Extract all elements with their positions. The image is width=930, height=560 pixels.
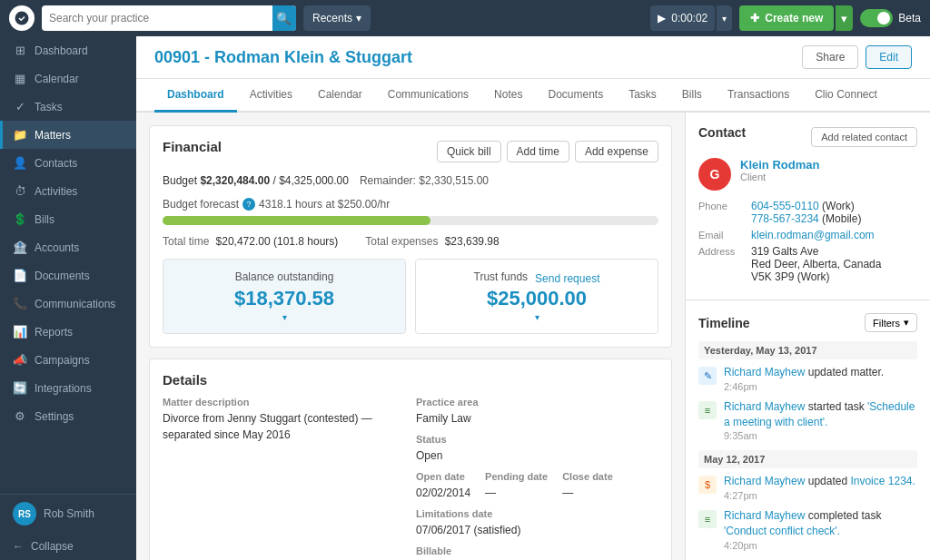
event-time-3: 4:27pm bbox=[724, 490, 915, 501]
status-label: Status bbox=[416, 434, 658, 445]
event-author-link-2[interactable]: Richard Mayhew bbox=[724, 400, 805, 413]
activities-icon: ⏱ bbox=[13, 184, 27, 198]
sidebar-item-dashboard[interactable]: ⊞ Dashboard bbox=[0, 36, 136, 64]
budget-amount: $2,320,484.00 bbox=[200, 174, 270, 187]
financial-boxes: Balance outstanding $18,370.58 ▾ Trust f… bbox=[163, 259, 658, 334]
add-related-contact-button[interactable]: Add related contact bbox=[811, 127, 917, 147]
tab-documents[interactable]: Documents bbox=[535, 79, 616, 113]
create-dropdown-button[interactable]: ▾ bbox=[836, 5, 853, 31]
filters-button[interactable]: Filters ▾ bbox=[865, 313, 917, 332]
user-initials: RS bbox=[18, 509, 31, 519]
phone-work-type: (Work) bbox=[822, 200, 855, 212]
progress-fill bbox=[163, 216, 430, 225]
matter-description-value: Divorce from Jenny Stuggart (contested) … bbox=[163, 410, 405, 443]
share-button[interactable]: Share bbox=[802, 45, 858, 69]
timeline-date-1: Yesterday, May 13, 2017 bbox=[698, 341, 917, 359]
details-title: Details bbox=[163, 372, 658, 388]
timer-dropdown-button[interactable]: ▾ bbox=[717, 5, 732, 31]
page-header: 00901 - Rodman Klein & Stuggart Share Ed… bbox=[136, 36, 930, 79]
create-new-label: Create new bbox=[765, 12, 823, 25]
collapse-button[interactable]: ← Collapse bbox=[0, 533, 136, 560]
trust-amount[interactable]: $25,000.00 bbox=[427, 287, 647, 310]
sidebar-item-accounts[interactable]: 🏦 Accounts bbox=[0, 233, 136, 261]
sidebar-item-matters[interactable]: 📁 Matters bbox=[0, 121, 136, 149]
dates-item: Open date 02/02/2014 Pending date — Clos… bbox=[416, 471, 658, 501]
event-text-2: Richard Mayhew started task 'Schedule a … bbox=[724, 399, 917, 430]
sidebar-item-documents[interactable]: 📄 Documents bbox=[0, 261, 136, 290]
balance-outstanding-box: Balance outstanding $18,370.58 ▾ bbox=[163, 259, 406, 334]
sidebar-item-contacts[interactable]: 👤 Contacts bbox=[0, 149, 136, 177]
matter-description-item: Matter description Divorce from Jenny St… bbox=[163, 397, 405, 560]
sidebar-item-label: Settings bbox=[35, 410, 74, 423]
contact-name[interactable]: Klein Rodman bbox=[740, 158, 819, 172]
tasks-icon: ✓ bbox=[13, 100, 27, 113]
quick-bill-button[interactable]: Quick bill bbox=[437, 141, 501, 162]
contact-role: Client bbox=[740, 172, 819, 182]
tab-calendar[interactable]: Calendar bbox=[305, 79, 375, 113]
sidebar-item-tasks[interactable]: ✓ Tasks bbox=[0, 93, 136, 121]
tab-dashboard[interactable]: Dashboard bbox=[154, 79, 237, 113]
total-expenses-label: Total expenses bbox=[365, 235, 438, 248]
beta-toggle-switch[interactable] bbox=[860, 9, 893, 27]
recents-button[interactable]: Recents ▾ bbox=[303, 5, 371, 31]
contact-address-row: Address 319 Galts Ave Red Deer, Alberta,… bbox=[698, 245, 917, 283]
tab-activities[interactable]: Activities bbox=[237, 79, 305, 113]
phone-label: Phone bbox=[698, 200, 744, 211]
remainder-amount: $2,330,515.00 bbox=[419, 174, 489, 187]
sidebar-item-label: Contacts bbox=[35, 157, 77, 170]
logo-icon[interactable] bbox=[9, 5, 35, 31]
main-content: 00901 - Rodman Klein & Stuggart Share Ed… bbox=[136, 36, 930, 560]
sidebar-item-communications[interactable]: 📞 Communications bbox=[0, 290, 136, 318]
contact-name-role: Klein Rodman Client bbox=[740, 158, 819, 182]
sidebar-item-label: Communications bbox=[35, 298, 115, 310]
sidebar-item-integrations[interactable]: 🔄 Integrations bbox=[0, 374, 136, 402]
tab-tasks[interactable]: Tasks bbox=[616, 79, 669, 113]
create-new-button[interactable]: ✚ Create new bbox=[739, 5, 834, 31]
phone-work-link[interactable]: 604-555-0110 bbox=[751, 200, 819, 212]
search-button[interactable]: 🔍 bbox=[272, 5, 296, 31]
add-expense-button[interactable]: Add expense bbox=[575, 141, 658, 162]
sidebar: ⊞ Dashboard ▦ Calendar ✓ Tasks 📁 Matters… bbox=[0, 36, 136, 560]
timeline-section: Timeline Filters ▾ Yesterday, May 13, 20… bbox=[686, 300, 930, 560]
sidebar-item-campaigns[interactable]: 📣 Campaigns bbox=[0, 346, 136, 374]
balance-outstanding-amount[interactable]: $18,370.58 bbox=[174, 287, 394, 310]
event-task-link-2[interactable]: 'Conduct conflict check'. bbox=[724, 525, 840, 537]
tab-transactions[interactable]: Transactions bbox=[715, 79, 802, 113]
edit-button[interactable]: Edit bbox=[866, 45, 912, 69]
status-item: Status Open bbox=[416, 434, 658, 464]
tab-clio-connect[interactable]: Clio Connect bbox=[802, 79, 890, 113]
search-input[interactable] bbox=[49, 12, 272, 25]
address-line3: V5K 3P9 (Work) bbox=[751, 270, 881, 283]
event-content-4: Richard Mayhew completed task 'Conduct c… bbox=[724, 508, 917, 551]
event-invoice-link[interactable]: Invoice 1234. bbox=[850, 475, 915, 487]
phone-mobile-link[interactable]: 778-567-3234 bbox=[751, 212, 819, 225]
email-link[interactable]: klein.rodman@gmail.com bbox=[751, 229, 875, 241]
add-time-button[interactable]: Add time bbox=[507, 141, 569, 162]
send-request-link[interactable]: Send request bbox=[535, 272, 599, 285]
financial-card: Financial Quick bill Add time Add expens… bbox=[149, 125, 672, 348]
close-date-value: — bbox=[562, 485, 613, 501]
event-author-link-4[interactable]: Richard Mayhew bbox=[724, 509, 805, 522]
balance-outstanding-label: Balance outstanding bbox=[174, 270, 394, 283]
sidebar-item-activities[interactable]: ⏱ Activities bbox=[0, 177, 136, 205]
user-profile[interactable]: RS Rob Smith bbox=[0, 495, 136, 533]
communications-icon: 📞 bbox=[13, 297, 27, 310]
budget-total: $4,325,000.00 bbox=[279, 174, 349, 187]
tab-notes[interactable]: Notes bbox=[481, 79, 535, 113]
sidebar-item-reports[interactable]: 📊 Reports bbox=[0, 318, 136, 346]
practice-area-label: Practice area bbox=[416, 397, 658, 408]
event-author-link-3[interactable]: Richard Mayhew bbox=[724, 475, 805, 487]
sidebar-item-settings[interactable]: ⚙ Settings bbox=[0, 402, 136, 430]
event-author-link-1[interactable]: Richard Mayhew bbox=[724, 366, 805, 378]
timeline-header: Timeline Filters ▾ bbox=[698, 313, 917, 332]
limitations-date-label: Limitations date bbox=[416, 508, 658, 519]
timer-button[interactable]: ▶ 0:00:02 bbox=[650, 5, 715, 31]
tab-bills[interactable]: Bills bbox=[669, 79, 715, 113]
outstanding-chevron-icon: ▾ bbox=[174, 312, 394, 322]
tab-communications[interactable]: Communications bbox=[375, 79, 481, 113]
sidebar-item-bills[interactable]: 💲 Bills bbox=[0, 205, 136, 233]
forecast-detail: 4318.1 hours at $250.00/hr bbox=[259, 198, 390, 211]
sidebar-item-calendar[interactable]: ▦ Calendar bbox=[0, 64, 136, 93]
billable-item: Billable Yes, hourly • Richard Mayhew ($… bbox=[416, 545, 658, 560]
event-text-1: Richard Mayhew updated matter. bbox=[724, 365, 884, 380]
